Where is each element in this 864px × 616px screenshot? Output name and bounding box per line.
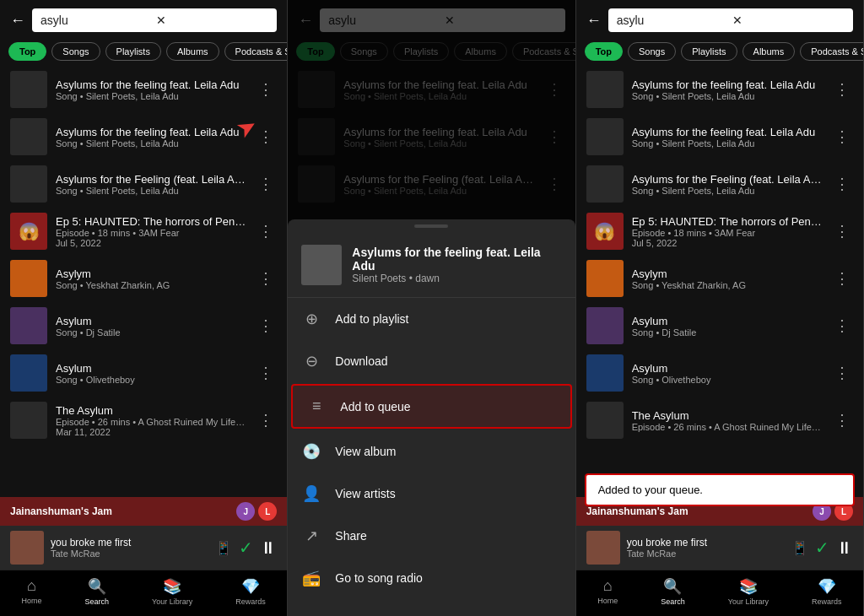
nav-home-left[interactable]: ⌂ Home: [15, 575, 49, 608]
more-btn-left-7[interactable]: ⋮: [255, 408, 277, 433]
np-check-icon-left[interactable]: ✓: [239, 538, 253, 558]
download-label: Download: [335, 354, 387, 368]
song-thumb-left-0: [10, 71, 47, 108]
nav-rewards-label-left: Rewards: [235, 597, 266, 606]
context-song-title: Asylums for the feeling feat. Leila Adu: [352, 246, 561, 273]
filter-top-left[interactable]: Top: [8, 42, 46, 61]
more-btn-left-2[interactable]: ⋮: [255, 171, 277, 197]
context-add-to-queue[interactable]: ≡ Add to queue: [291, 384, 571, 429]
search-bar-left[interactable]: asylu ✕: [32, 8, 277, 32]
song-info-right-6: Asylum Song • Olivetheboy: [632, 362, 823, 385]
filter-top-right[interactable]: Top: [585, 42, 623, 61]
song-title-left-7: The Asylum: [56, 404, 246, 417]
nav-library-left[interactable]: 📚 Your Library: [145, 575, 199, 608]
song-item-right-5[interactable]: Asylum Song • Dj Satile ⋮: [576, 302, 863, 349]
more-btn-left-4[interactable]: ⋮: [255, 266, 277, 291]
filter-playlists-left[interactable]: Playlists: [105, 42, 161, 61]
song-item-left-1[interactable]: Asylums for the feeling feat. Leila Adu …: [0, 113, 287, 160]
now-playing-bar-left[interactable]: you broke me first Tate McRae 📱 ✓ ⏸: [0, 526, 287, 570]
more-btn-left-0[interactable]: ⋮: [255, 77, 277, 102]
context-view-artists[interactable]: 👤 View artists: [288, 473, 575, 515]
np-thumb-right: [586, 531, 620, 565]
song-thumb-right-2: [586, 165, 624, 203]
more-btn-right-5[interactable]: ⋮: [831, 313, 853, 338]
more-btn-left-1[interactable]: ⋮: [255, 124, 277, 149]
nav-library-label-right: Your Library: [728, 597, 769, 606]
song-thumb-right-5: [586, 307, 624, 344]
np-device-icon-right[interactable]: 📱: [791, 540, 808, 556]
np-pause-icon-left[interactable]: ⏸: [260, 538, 277, 558]
context-view-album[interactable]: 💿 View album: [288, 430, 575, 473]
np-info-right: you broke me first Tate McRae: [627, 537, 785, 559]
song-item-right-1[interactable]: Asylums for the feeling feat. Leila Adu …: [576, 113, 863, 160]
nav-rewards-left[interactable]: 💎 Rewards: [229, 575, 273, 608]
view-album-icon: 💿: [301, 442, 321, 461]
more-btn-right-4[interactable]: ⋮: [831, 266, 853, 291]
search-bar-right[interactable]: asylu ✕: [608, 8, 853, 32]
filter-songs-right[interactable]: Songs: [628, 42, 676, 61]
song-item-right-3[interactable]: 😱 Ep 5: HAUNTED: The horrors of Pennhurs…: [576, 208, 863, 255]
nav-search-right[interactable]: 🔍 Search: [654, 575, 692, 608]
filter-podcasts-left[interactable]: Podcasts & S: [224, 42, 288, 61]
np-check-icon-right[interactable]: ✓: [815, 538, 829, 558]
context-add-to-playlist[interactable]: ⊕ Add to playlist: [288, 298, 575, 340]
nav-library-right[interactable]: 📚 Your Library: [721, 575, 775, 608]
song-item-left-3[interactable]: 😱 Ep 5: HAUNTED: The horrors of Pennhurs…: [0, 208, 287, 255]
context-share[interactable]: ↗ Share: [288, 515, 575, 557]
more-btn-right-3[interactable]: ⋮: [831, 219, 853, 244]
filter-podcasts-right[interactable]: Podcasts & S: [800, 42, 863, 61]
filter-albums-right[interactable]: Albums: [742, 42, 796, 61]
song-item-right-6[interactable]: Asylum Song • Olivetheboy ⋮: [576, 349, 863, 397]
np-pause-icon-right[interactable]: ⏸: [836, 538, 853, 558]
more-btn-right-2[interactable]: ⋮: [831, 171, 853, 197]
more-btn-left-3[interactable]: ⋮: [255, 219, 277, 244]
song-item-left-4[interactable]: Asylym Song • Yeskhat Zharkin, AG ⋮: [0, 255, 287, 302]
song-item-left-0[interactable]: Asylums for the feeling feat. Leila Adu …: [0, 66, 287, 113]
song-item-left-7[interactable]: The Asylum Episode • 26 mins • A Ghost R…: [0, 397, 287, 444]
song-thumb-right-4: [586, 260, 624, 297]
song-title-right-4: Asylym: [632, 267, 823, 280]
song-list-left: Asylums for the feeling feat. Leila Adu …: [0, 66, 287, 497]
song-item-right-2[interactable]: Asylums for the Feeling (feat. Leila Adu…: [576, 160, 863, 208]
avatar-j-left: J: [236, 502, 255, 521]
back-button-left[interactable]: ←: [10, 12, 25, 30]
np-device-icon-left[interactable]: 📱: [215, 540, 232, 556]
filter-songs-left[interactable]: Songs: [51, 42, 100, 61]
back-button-right[interactable]: ←: [586, 12, 602, 30]
nav-home-label-right: Home: [597, 597, 618, 605]
song-item-left-5[interactable]: Asylum Song • Dj Satile ⋮: [0, 302, 287, 349]
filter-albums-left[interactable]: Albums: [166, 42, 219, 61]
more-btn-right-7[interactable]: ⋮: [831, 408, 853, 433]
nav-search-left[interactable]: 🔍 Search: [78, 575, 116, 608]
np-controls-right: 📱 ✓ ⏸: [791, 538, 853, 558]
search-clear-right[interactable]: ✕: [732, 14, 845, 27]
song-item-right-0[interactable]: Asylums for the feeling feat. Leila Adu …: [576, 66, 863, 113]
more-btn-left-5[interactable]: ⋮: [255, 313, 277, 338]
now-playing-bar-right[interactable]: you broke me first Tate McRae 📱 ✓ ⏸: [576, 526, 863, 570]
nav-home-label-left: Home: [22, 597, 42, 605]
more-btn-right-1[interactable]: ⋮: [831, 124, 853, 149]
song-radio-icon: 📻: [301, 569, 321, 587]
context-song-radio[interactable]: 📻 Go to song radio: [288, 557, 575, 599]
context-download[interactable]: ⊖ Download: [288, 340, 575, 382]
context-overlay[interactable]: Asylums for the feeling feat. Leila Adu …: [288, 0, 575, 616]
more-btn-left-6[interactable]: ⋮: [255, 360, 277, 386]
filter-row-right: Top Songs Playlists Albums Podcasts & S: [576, 37, 863, 66]
jam-bar-left[interactable]: Jainanshuman's Jam J L: [0, 497, 287, 526]
song-item-left-2[interactable]: Asylums for the Feeling (feat. Leila Adu…: [0, 160, 287, 208]
right-panel: ← asylu ✕ Top Songs Playlists Albums Pod…: [576, 0, 864, 616]
np-info-left: you broke me first Tate McRae: [51, 537, 208, 559]
song-item-right-7[interactable]: The Asylum Episode • 26 mins • A Ghost R…: [576, 397, 863, 444]
more-btn-right-6[interactable]: ⋮: [831, 360, 853, 386]
song-sub-right-6: Song • Olivetheboy: [632, 375, 823, 385]
nav-home-right[interactable]: ⌂ Home: [591, 575, 624, 608]
song-title-right-7: The Asylum: [632, 409, 823, 422]
song-thumb-left-7: [10, 402, 47, 439]
filter-playlists-right[interactable]: Playlists: [681, 42, 737, 61]
view-album-label: View album: [335, 445, 396, 458]
song-item-left-6[interactable]: Asylum Song • Olivetheboy ⋮: [0, 349, 287, 397]
more-btn-right-0[interactable]: ⋮: [831, 77, 853, 102]
song-item-right-4[interactable]: Asylym Song • Yeskhat Zharkin, AG ⋮: [576, 255, 863, 302]
nav-rewards-right[interactable]: 💎 Rewards: [805, 575, 849, 608]
search-clear-left[interactable]: ✕: [156, 14, 268, 27]
